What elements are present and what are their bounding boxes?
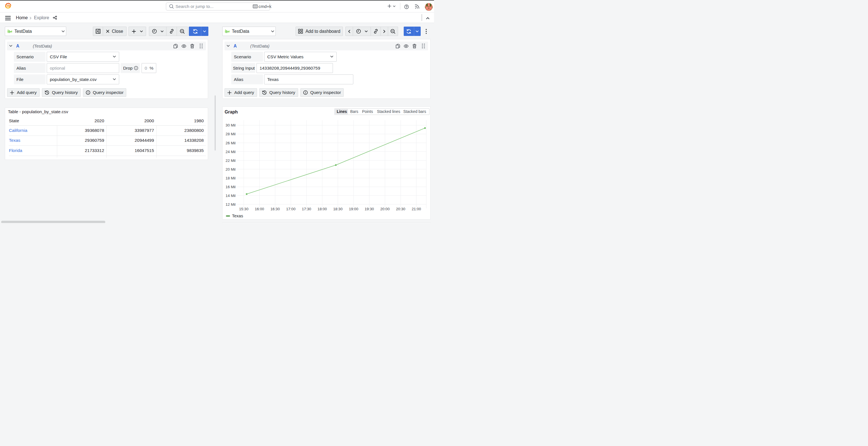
svg-text:18 Mil: 18 Mil (226, 176, 236, 180)
svg-text:16:00: 16:00 (255, 207, 264, 211)
svg-text:14 Mil: 14 Mil (226, 194, 236, 198)
svg-text:16 Mil: 16 Mil (226, 185, 236, 189)
svg-text:18:30: 18:30 (333, 207, 343, 211)
svg-text:19:00: 19:00 (349, 207, 358, 211)
svg-text:16:30: 16:30 (270, 207, 280, 211)
svg-text:17:00: 17:00 (286, 207, 296, 211)
svg-text:12 Mil: 12 Mil (226, 202, 236, 206)
svg-text:22 Mil: 22 Mil (226, 158, 236, 163)
svg-text:20 Mil: 20 Mil (226, 167, 236, 171)
svg-text:28 Mil: 28 Mil (226, 132, 236, 136)
svg-text:19:30: 19:30 (365, 207, 374, 211)
svg-text:18:00: 18:00 (318, 207, 327, 211)
svg-text:15:30: 15:30 (239, 207, 248, 211)
svg-text:30 Mil: 30 Mil (226, 123, 236, 127)
svg-text:20:30: 20:30 (396, 207, 405, 211)
svg-text:21:00: 21:00 (412, 207, 421, 211)
svg-text:24 Mil: 24 Mil (226, 150, 236, 154)
svg-text:20:00: 20:00 (380, 207, 390, 211)
svg-text:26 Mil: 26 Mil (226, 141, 236, 145)
svg-text:17:30: 17:30 (302, 207, 311, 211)
svg-text:Texas: Texas (232, 213, 243, 218)
